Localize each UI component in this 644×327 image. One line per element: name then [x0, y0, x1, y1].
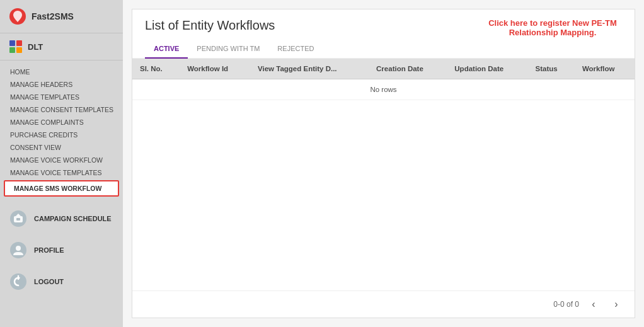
- sidebar-section-logout[interactable]: LOGOUT: [0, 266, 123, 297]
- pagination: 0-0 of 0 ‹ ›: [132, 290, 635, 318]
- dlt-label: DLT: [28, 42, 43, 52]
- main-content: List of Entity Workflows Click here to r…: [123, 0, 644, 327]
- dlt-icon: [9, 40, 23, 54]
- col-status: Status: [528, 59, 575, 79]
- nav-item-manage-consent-templates[interactable]: MANAGE CONSENT TEMPLATES: [0, 103, 123, 116]
- table-header: Sl. No. Workflow Id View Tagged Entity D…: [132, 59, 635, 79]
- table-body: No rows: [132, 79, 635, 100]
- profile-icon: [9, 241, 28, 260]
- nav-item-purchase-credits[interactable]: PURCHASE CREDITS: [0, 129, 123, 141]
- col-creation-date: Creation Date: [369, 59, 447, 79]
- tab-rejected[interactable]: REJECTED: [268, 40, 323, 59]
- svg-rect-4: [16, 47, 22, 53]
- pagination-info: 0-0 of 0: [553, 300, 579, 309]
- profile-label: PROFILE: [34, 246, 64, 254]
- card-title: List of Entity Workflows: [145, 18, 275, 33]
- pagination-next-button[interactable]: ›: [608, 296, 624, 313]
- logout-icon: [9, 272, 28, 291]
- nav-item-consent-view[interactable]: CONSENT VIEW: [0, 141, 123, 154]
- nav-item-manage-voice-workflow[interactable]: MANAGE VOICE WORKFLOW: [0, 154, 123, 166]
- workflow-table: Sl. No. Workflow Id View Tagged Entity D…: [132, 59, 635, 100]
- no-rows-message: No rows: [132, 79, 635, 100]
- nav-item-manage-sms-workflow[interactable]: MANAGE SMS WORKFLOW: [4, 180, 119, 197]
- card-header: List of Entity Workflows Click here to r…: [132, 9, 635, 40]
- sidebar: Fast2SMS DLT HOME MANAGE HEADERS MANAGE …: [0, 0, 123, 327]
- col-view-tagged: View Tagged Entity D...: [250, 59, 369, 79]
- col-workflow: Workflow: [575, 59, 635, 79]
- col-updation-date: Updation Date: [447, 59, 527, 79]
- svg-rect-7: [16, 218, 20, 221]
- svg-point-9: [16, 246, 21, 251]
- nav-item-manage-templates[interactable]: MANAGE TEMPLATES: [0, 91, 123, 103]
- sidebar-logo: Fast2SMS: [0, 0, 123, 33]
- svg-rect-1: [9, 40, 15, 46]
- nav-item-manage-complaints[interactable]: MANAGE COMPLAINTS: [0, 116, 123, 129]
- register-link[interactable]: Click here to register New PE-TM Relatio…: [483, 18, 622, 37]
- content-card: List of Entity Workflows Click here to r…: [132, 9, 635, 318]
- tab-pending-with-tm[interactable]: PENDING WITH TM: [188, 40, 268, 59]
- campaign-icon: [9, 209, 28, 228]
- tabs-bar: ACTIVE PENDING WITH TM REJECTED: [132, 40, 635, 59]
- svg-rect-3: [9, 47, 15, 53]
- logo-text: Fast2SMS: [32, 11, 74, 21]
- nav-item-manage-headers[interactable]: MANAGE HEADERS: [0, 78, 123, 91]
- campaign-schedule-label: CAMPAIGN SCHEDULE: [34, 215, 112, 222]
- col-workflow-id: Workflow Id: [180, 59, 250, 79]
- tab-active[interactable]: ACTIVE: [145, 40, 188, 59]
- nav-item-home[interactable]: HOME: [0, 66, 123, 78]
- dlt-section: DLT: [0, 33, 123, 60]
- nav-menu: HOME MANAGE HEADERS MANAGE TEMPLATES MAN…: [0, 60, 123, 203]
- sidebar-section-profile[interactable]: PROFILE: [0, 234, 123, 266]
- logout-label: LOGOUT: [34, 278, 64, 285]
- col-sl-no: Sl. No.: [132, 59, 180, 79]
- table-container: Sl. No. Workflow Id View Tagged Entity D…: [132, 59, 635, 290]
- fast2sms-logo-icon: [9, 8, 26, 25]
- svg-rect-2: [16, 40, 22, 46]
- pagination-prev-button[interactable]: ‹: [585, 296, 602, 313]
- nav-item-manage-voice-templates[interactable]: MANAGE VOICE TEMPLATES: [0, 166, 123, 179]
- sidebar-section-campaign[interactable]: CAMPAIGN SCHEDULE: [0, 203, 123, 234]
